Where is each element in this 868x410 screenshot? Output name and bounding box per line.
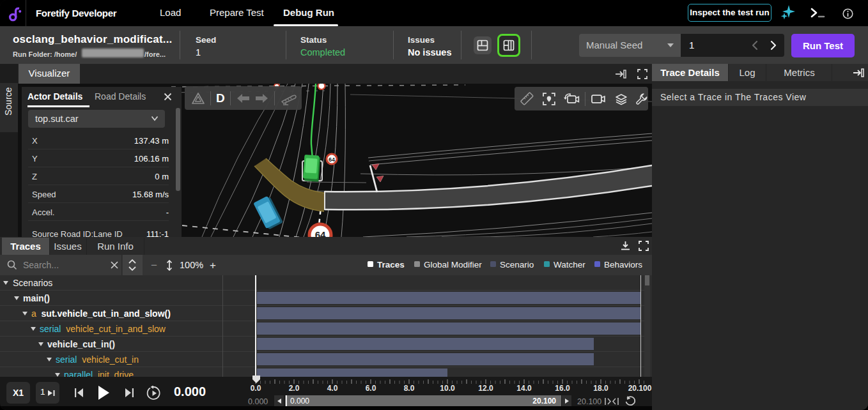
svg-text:64: 64: [329, 156, 335, 163]
svg-text:64: 64: [315, 229, 326, 237]
